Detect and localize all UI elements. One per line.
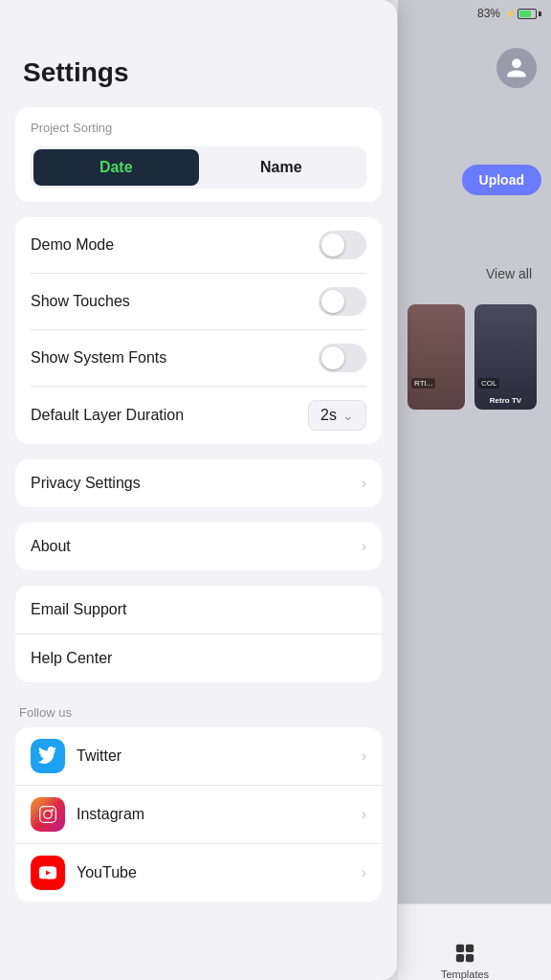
- twitter-chevron-icon: ›: [362, 747, 366, 765]
- privacy-settings-label: Privacy Settings: [31, 475, 141, 492]
- instagram-chevron-icon: ›: [362, 806, 366, 823]
- page-title: Settings: [0, 0, 397, 107]
- toggles-card: Demo Mode Show Touches Show System Fonts: [15, 217, 382, 444]
- youtube-icon: [31, 856, 65, 890]
- about-chevron-icon: ›: [362, 538, 366, 555]
- templates-nav-label[interactable]: Templates: [441, 969, 489, 980]
- show-system-fonts-label: Show System Fonts: [31, 349, 166, 367]
- svg-rect-0: [456, 945, 464, 952]
- show-system-fonts-toggle[interactable]: [319, 344, 366, 372]
- svg-point-6: [51, 809, 54, 812]
- thumbnail-2: COL Retro TV: [474, 304, 537, 410]
- follow-us-header: Follow us: [15, 698, 382, 727]
- svg-point-5: [44, 811, 52, 818]
- svg-rect-3: [466, 954, 474, 962]
- show-touches-toggle[interactable]: [319, 287, 366, 316]
- support-card: Email Support Help Center: [15, 586, 382, 682]
- show-system-fonts-row: Show System Fonts: [31, 330, 366, 387]
- duration-label: Default Layer Duration: [31, 407, 184, 424]
- help-center-label: Help Center: [31, 650, 112, 667]
- show-touches-label: Show Touches: [31, 293, 130, 310]
- charging-bolt: ⚡: [506, 10, 516, 18]
- battery-percentage: 83%: [477, 7, 500, 20]
- demo-mode-label: Demo Mode: [31, 236, 114, 254]
- youtube-row[interactable]: YouTube ›: [15, 844, 382, 902]
- social-links-card: Twitter › Instagram ›: [15, 727, 382, 902]
- sorting-toggle-group: Date Name: [31, 146, 366, 189]
- settings-panel: Settings Project Sorting Date Name Demo …: [0, 0, 397, 980]
- instagram-icon: [31, 797, 65, 832]
- email-support-label: Email Support: [31, 601, 127, 618]
- status-bar: 83% ⚡: [398, 0, 551, 27]
- twitter-row[interactable]: Twitter ›: [15, 727, 382, 786]
- thumb1-label: RTI...: [411, 378, 435, 389]
- upload-button[interactable]: Upload: [462, 165, 541, 195]
- sort-by-date-button[interactable]: Date: [33, 149, 199, 186]
- demo-mode-toggle[interactable]: [319, 231, 366, 259]
- twitter-icon: [31, 739, 65, 773]
- show-touches-toggle-thumb: [321, 290, 344, 313]
- email-support-row[interactable]: Email Support: [15, 586, 382, 634]
- view-all-link[interactable]: View all: [486, 266, 532, 281]
- user-icon: [505, 56, 528, 79]
- youtube-chevron-icon: ›: [362, 864, 366, 881]
- about-card[interactable]: About ›: [15, 523, 382, 570]
- svg-rect-4: [40, 807, 56, 823]
- follow-section: Follow us Twitter ›: [15, 698, 382, 902]
- bottom-nav-bg: Templates: [398, 903, 551, 980]
- about-row[interactable]: About ›: [15, 523, 382, 570]
- privacy-settings-card[interactable]: Privacy Settings ›: [15, 459, 382, 507]
- help-center-row[interactable]: Help Center: [15, 634, 382, 682]
- thumbnail-1: RTI...: [408, 304, 465, 410]
- about-label: About: [31, 538, 71, 555]
- privacy-settings-row[interactable]: Privacy Settings ›: [15, 459, 382, 507]
- sort-by-name-button[interactable]: Name: [199, 149, 364, 186]
- instagram-row[interactable]: Instagram ›: [15, 786, 382, 844]
- show-system-fonts-toggle-thumb: [321, 346, 344, 369]
- thumb2-label: COL: [478, 378, 499, 389]
- thumb2-title: Retro TV: [474, 396, 537, 405]
- svg-rect-2: [456, 954, 464, 962]
- sorting-card: Project Sorting Date Name: [15, 107, 382, 202]
- privacy-chevron-icon: ›: [362, 475, 366, 492]
- youtube-label: YouTube: [77, 864, 362, 881]
- svg-rect-1: [466, 945, 474, 952]
- demo-mode-row: Demo Mode: [31, 217, 366, 274]
- background-panel: 83% ⚡ Upload View all RTI... COL Retro T…: [398, 0, 551, 980]
- duration-selector[interactable]: 2s ⌄: [308, 400, 366, 431]
- duration-value: 2s: [320, 407, 337, 424]
- show-touches-row: Show Touches: [31, 274, 366, 330]
- twitter-label: Twitter: [77, 747, 362, 765]
- sorting-section-label: Project Sorting: [31, 121, 366, 135]
- demo-mode-toggle-thumb: [321, 234, 344, 256]
- instagram-label: Instagram: [77, 806, 362, 823]
- avatar[interactable]: [496, 48, 537, 88]
- chevron-down-icon: ⌄: [342, 408, 354, 423]
- battery-icon: ⚡: [506, 9, 541, 19]
- templates-nav-icon: [453, 942, 476, 965]
- duration-row: Default Layer Duration 2s ⌄: [31, 387, 366, 444]
